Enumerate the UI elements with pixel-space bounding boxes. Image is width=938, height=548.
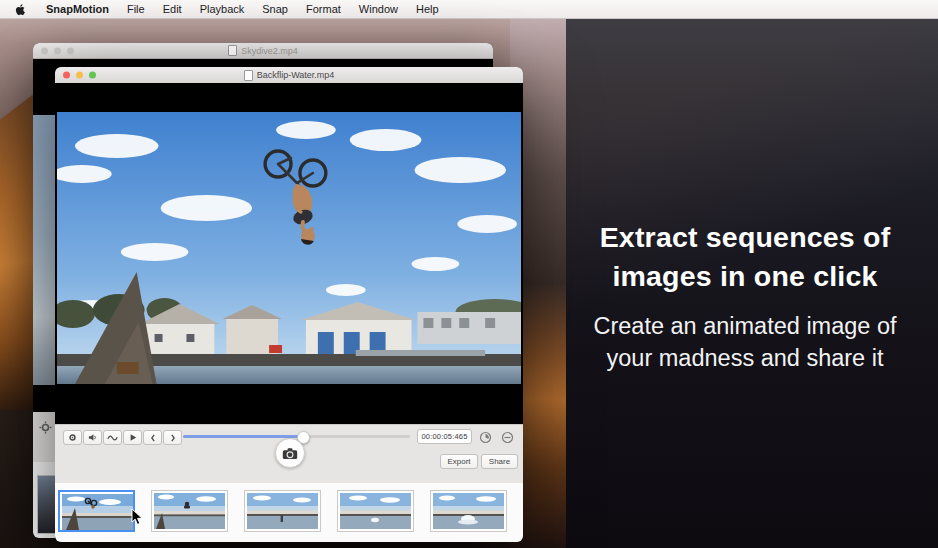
- volume-button[interactable]: [83, 430, 102, 445]
- camera-icon: [282, 447, 298, 460]
- motion-button[interactable]: [103, 430, 122, 445]
- window-title-backflip: Backflip-Water.mp4: [257, 70, 335, 80]
- traffic-lights[interactable]: [63, 72, 96, 79]
- share-button[interactable]: Share: [481, 454, 518, 469]
- document-icon: [228, 45, 237, 56]
- zoom-icon[interactable]: [89, 72, 96, 79]
- apple-menu-icon[interactable]: [14, 3, 27, 16]
- mouse-cursor: [131, 508, 143, 530]
- screen: Extract sequences of images in one click…: [0, 0, 938, 548]
- window-backflip[interactable]: Backflip-Water.mp4: [55, 67, 523, 542]
- menu-item-playback[interactable]: Playback: [191, 0, 254, 18]
- menu-item-snap[interactable]: Snap: [253, 0, 297, 18]
- step-forward-button[interactable]: [163, 430, 182, 445]
- traffic-lights-inactive[interactable]: [41, 47, 74, 54]
- close-icon[interactable]: [63, 72, 70, 79]
- timecode-display[interactable]: 00:00:05:465: [417, 429, 472, 444]
- document-icon: [244, 70, 253, 81]
- filmstrip-thumbnail[interactable]: [244, 490, 321, 532]
- menu-item-window[interactable]: Window: [350, 0, 407, 18]
- playback-slider[interactable]: [183, 435, 410, 438]
- filmstrip-thumbnail[interactable]: [151, 490, 228, 532]
- close-icon[interactable]: [41, 47, 48, 54]
- play-button[interactable]: [123, 430, 142, 445]
- settings-button[interactable]: [63, 430, 82, 445]
- zoom-icon[interactable]: [67, 47, 74, 54]
- menu-bar: SnapMotion File Edit Playback Snap Forma…: [0, 0, 938, 19]
- minimize-icon[interactable]: [76, 72, 83, 79]
- camera-button[interactable]: [275, 438, 305, 468]
- filmstrip: [55, 483, 523, 542]
- step-back-button[interactable]: [143, 430, 162, 445]
- timer-icon[interactable]: [479, 430, 492, 443]
- menu-item-app[interactable]: SnapMotion: [37, 3, 118, 15]
- filmstrip-thumbnail[interactable]: [337, 490, 414, 532]
- menu-item-format[interactable]: Format: [297, 0, 350, 18]
- snapshot-row: Export Share: [55, 448, 523, 483]
- filmstrip-thumbnail[interactable]: [58, 490, 135, 532]
- window-title-skydive: Skydive2.mp4: [241, 46, 298, 56]
- marketing-copy: Extract sequences of images in one click…: [567, 218, 923, 375]
- minus-circle-icon[interactable]: [501, 430, 514, 443]
- filmstrip-thumbnail[interactable]: [430, 490, 507, 532]
- marketing-headline: Extract sequences of images in one click: [571, 218, 919, 297]
- menu-item-edit[interactable]: Edit: [154, 0, 191, 18]
- video-frame-backflip[interactable]: [57, 112, 521, 384]
- menu-item-file[interactable]: File: [118, 0, 154, 18]
- titlebar-skydive[interactable]: Skydive2.mp4: [33, 43, 493, 59]
- export-button[interactable]: Export: [440, 454, 478, 469]
- gear-icon[interactable]: [39, 420, 52, 433]
- video-letterbox: [55, 83, 523, 424]
- minimize-icon[interactable]: [54, 47, 61, 54]
- menu-item-help[interactable]: Help: [407, 0, 448, 18]
- marketing-subheadline: Create an animated image of your madness…: [569, 311, 921, 375]
- titlebar-backflip[interactable]: Backflip-Water.mp4: [55, 67, 523, 84]
